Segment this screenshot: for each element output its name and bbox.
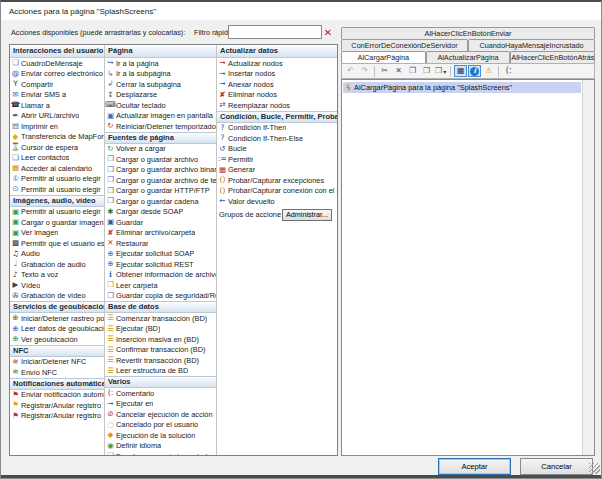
tab-alcargarpagina[interactable]: AlCargarPágina: [341, 51, 426, 63]
action-item[interactable]: ❒Cargar o guardar archivo de texto: [105, 175, 216, 186]
vertical-scrollbar[interactable]: [582, 80, 594, 455]
action-item[interactable]: ✒Abrir URL/archivo: [10, 111, 104, 122]
action-item[interactable]: ⚑Registrar/Anular registro: [10, 400, 104, 411]
action-item[interactable]: ◆Transferencia de MapForce: [10, 132, 104, 143]
tab-alactualizarpagina[interactable]: AlActualizarPágina: [426, 51, 511, 63]
action-item[interactable]: ▣Guardar: [105, 217, 216, 228]
resize-grip[interactable]: [589, 463, 600, 474]
action-item[interactable]: ♪Texto a voz: [10, 270, 104, 281]
delete-icon[interactable]: ✕: [392, 65, 405, 77]
action-item[interactable]: ←Valor devuelto: [217, 196, 337, 207]
paste-special-icon[interactable]: ❒▾: [434, 65, 447, 77]
action-item[interactable]: ↻Volver a cargar: [105, 144, 216, 155]
action-item[interactable]: ▦Acceder al calendario: [10, 163, 104, 174]
action-item[interactable]: →Actualizar nodos: [217, 58, 337, 69]
tab-alhacerclicenbotonenviar[interactable]: AlHacerClicEnBotónEnviar: [341, 27, 595, 39]
action-item[interactable]: ♩Grabación de audio: [10, 259, 104, 270]
action-item[interactable]: ↺Bucle: [217, 144, 337, 155]
action-item[interactable]: ⇄Reemplazar nodos: [217, 100, 337, 111]
action-item[interactable]: ↳Ir a la subpágina: [105, 69, 216, 80]
action-item[interactable]: ⊕Ejecutar solicitud SOAP: [105, 249, 216, 260]
comments-icon[interactable]: (:: [502, 65, 515, 77]
barcode-toggle-icon[interactable]: ▦: [454, 65, 467, 77]
action-item[interactable]: ◉Definir idioma: [105, 441, 216, 452]
action-item[interactable]: ▣Permitir al usuario elegir: [10, 207, 104, 218]
action-item[interactable]: ✘Eliminar nodos: [217, 90, 337, 101]
action-item[interactable]: ❐Guardar copia de seguridad/Restaurar: [105, 291, 216, 302]
action-item[interactable]: ⌨Ocultar teclado: [105, 100, 216, 111]
action-item[interactable]: ⌛Cursor de espera: [10, 142, 104, 153]
copy-icon[interactable]: ❐: [406, 65, 419, 77]
action-item[interactable]: ▩Permitir que el usuario escanee: [10, 238, 104, 249]
action-item[interactable]: ⊕Ver geoubicación: [10, 334, 104, 345]
action-item[interactable]: ↻Reiniciar/Detener temporizador: [105, 121, 216, 132]
action-item[interactable]: ⊘Cancelar ejecución de acción: [105, 409, 216, 420]
action-item[interactable]: ①Permitir al usuario elegir: [10, 174, 104, 185]
action-item[interactable]: ✘Eliminar archivo/carpeta: [105, 228, 216, 239]
action-item[interactable]: ⊕Ejecutar solicitud REST: [105, 259, 216, 270]
action-item[interactable]: ?Condición If-Then: [217, 123, 337, 134]
tab-cuandohayamensajeincrustado[interactable]: CuandoHayaMensajeIncrustado: [468, 39, 595, 51]
action-item[interactable]: ♫Audio: [10, 249, 104, 260]
undo-icon[interactable]: ↶: [344, 65, 357, 77]
action-item[interactable]: ❒Cargar o guardar cadena: [105, 196, 216, 207]
action-item[interactable]: ◆Ejecución de la solución: [105, 430, 216, 441]
action-item[interactable]: ?Condición If-Then-Else: [217, 133, 337, 144]
action-item[interactable]: ℹObtener información de archivo: [105, 270, 216, 281]
action-item[interactable]: ▣Actualizar imagen en pantalla: [105, 111, 216, 122]
tab-conerrordeconexiondeservidor[interactable]: ConErrorDeConexiónDeServidor: [341, 39, 468, 51]
action-item[interactable]: ☰Comenzar transacción (BD): [105, 313, 216, 324]
action-item[interactable]: ⚑Enviar notificación automática: [10, 390, 104, 401]
cancel-button[interactable]: Cancelar: [520, 458, 593, 475]
action-item[interactable]: ◌Cancelado por el usuario: [105, 420, 216, 431]
action-item[interactable]: →Ejecutar en: [105, 399, 216, 410]
action-item[interactable]: @Enviar correo electrónico: [10, 69, 104, 80]
action-item[interactable]: ☰Confirmar transacción (BD): [105, 345, 216, 356]
action-item[interactable]: ⊕Leer datos de geoubicación: [10, 324, 104, 335]
action-item[interactable]: ❑Devolver mensaje incrustado: [105, 451, 216, 455]
action-item[interactable]: ❒Cargar o guardar archivo: [105, 154, 216, 165]
action-item[interactable]: →Anexar nodos: [217, 79, 337, 90]
action-item[interactable]: (:Comentario: [105, 388, 216, 399]
clear-filter-icon[interactable]: ✕: [322, 26, 334, 38]
action-item[interactable]: ⊙Permitir al usuario elegir: [10, 184, 104, 195]
action-item[interactable]: ❒Cargar o guardar archivo binario: [105, 165, 216, 176]
action-item[interactable]: ▣Cargar o guardar imagen: [10, 217, 104, 228]
action-item[interactable]: ✇Grabación de vídeo: [10, 291, 104, 302]
action-item[interactable]: ↕Desplazarse: [105, 90, 216, 101]
action-item[interactable]: ☎Llamar a: [10, 100, 104, 111]
quick-filter-input[interactable]: [228, 25, 322, 39]
redo-icon[interactable]: ↷: [358, 65, 371, 77]
action-item[interactable]: ❐Leer carpeta: [105, 280, 216, 291]
action-item[interactable]: ☰Ejecutar (BD): [105, 324, 216, 335]
tab-alhacerclicenbotonatras[interactable]: AlHacerClicEnBotónAtrás: [510, 51, 595, 63]
action-item[interactable]: ⊕Iniciar/Detener rastreo por geoubicació…: [10, 313, 104, 324]
action-item[interactable]: ↪Ir a la página: [105, 58, 216, 69]
action-item[interactable]: ☰Revertir transacción (BD): [105, 355, 216, 366]
action-item[interactable]: →Insertar nodos: [217, 69, 337, 80]
action-item[interactable]: YCompartir: [10, 79, 104, 90]
action-item[interactable]: ✱Cargar desde SOAP: [105, 207, 216, 218]
action-item[interactable]: ≋Iniciar/Detener NFC: [10, 357, 104, 368]
action-item[interactable]: :=Permitir: [217, 154, 337, 165]
action-item[interactable]: ↲Cerrar la subpágina: [105, 79, 216, 90]
action-item[interactable]: ❒Cargar o guardar HTTP/FTP: [105, 186, 216, 197]
action-item[interactable]: ▣Ver imagen: [10, 228, 104, 239]
action-item[interactable]: ☰Leer estructura de BD: [105, 366, 216, 377]
action-item[interactable]: ()Probar/Capturar excepciones: [217, 175, 337, 186]
action-item[interactable]: ❏Leer contactos: [10, 153, 104, 164]
action-item[interactable]: ✉Enviar SMS a: [10, 90, 104, 101]
action-item[interactable]: ▤Imprimir en: [10, 121, 104, 132]
selected-action-event[interactable]: ϟ AlCargarPágina para la página "SplashS…: [343, 82, 581, 93]
action-item[interactable]: ❑CuadroDeMensaje: [10, 58, 104, 69]
action-item[interactable]: ▶Vídeo: [10, 280, 104, 291]
action-item[interactable]: ⚑Registrar/Anular registro: [10, 411, 104, 422]
paste-icon[interactable]: ❒: [420, 65, 433, 77]
action-item[interactable]: ☰Inserción masiva en (BD): [105, 334, 216, 345]
action-item[interactable]: ▦Generar: [217, 165, 337, 176]
cut-icon[interactable]: ✂: [378, 65, 391, 77]
action-item[interactable]: ≋Envío NFC: [10, 367, 104, 378]
accept-button[interactable]: Aceptar: [438, 458, 511, 475]
manage-groups-button[interactable]: Administrar...: [282, 209, 332, 221]
warnings-icon[interactable]: ⚠: [482, 65, 495, 77]
